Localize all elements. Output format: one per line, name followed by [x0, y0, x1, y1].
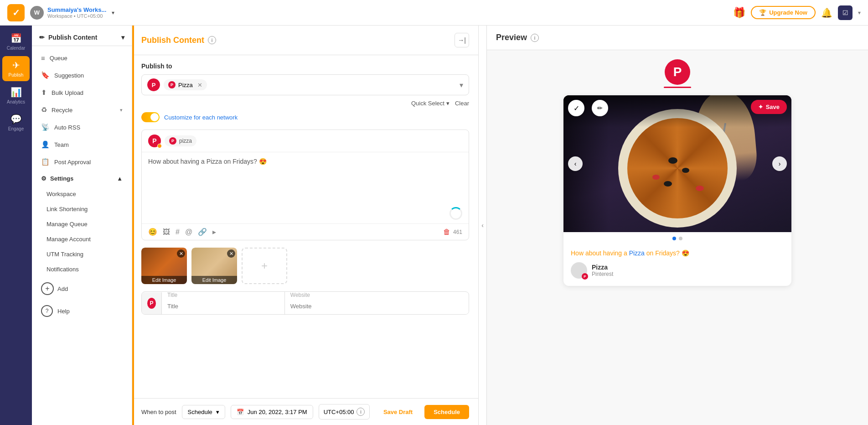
- caption-pizza-link: Pizza: [629, 249, 645, 257]
- preview-edit-button[interactable]: ✏: [592, 100, 608, 116]
- preview-caption: How about having a Pizza on Fridays? 😍: [563, 245, 791, 259]
- main-layout: 📅 Calendar ✈ Publish 📊 Analytics 💬 Engag…: [0, 26, 868, 425]
- checklist-icon[interactable]: ☑: [838, 5, 852, 20]
- help-button[interactable]: ? Help: [32, 301, 132, 321]
- schedule-select[interactable]: Schedule ▾: [182, 405, 225, 419]
- sidebar-sub-manage-account[interactable]: Manage Account: [32, 232, 132, 247]
- preview-info-icon[interactable]: i: [531, 34, 539, 42]
- post-approval-label: Post Approval: [54, 159, 91, 166]
- team-label: Team: [54, 141, 69, 148]
- post-text: How about having a Pizza on Fridays? 😍: [148, 158, 462, 165]
- sidebar-item-recycle[interactable]: ♻ Recycle ▾: [32, 101, 132, 119]
- account-tag: P pizza: [165, 135, 196, 146]
- account-avatar-preview: P: [571, 262, 587, 279]
- sidebar-item-auto-rss[interactable]: 📡 Auto RSS: [32, 119, 132, 136]
- char-count: 461: [453, 229, 462, 235]
- sidebar-item-team[interactable]: 👤 Team: [32, 136, 132, 153]
- publish-to-label: Publish to: [141, 62, 469, 70]
- customize-label: Customize for each network: [164, 114, 238, 121]
- star-icon: ✦: [758, 104, 763, 110]
- sidebar-sub-manage-queue[interactable]: Manage Queue: [32, 217, 132, 232]
- preview-card: ✓ ✏ ✦ Save ‹: [563, 95, 791, 286]
- calendar-small-icon: 📅: [237, 409, 244, 415]
- preview-check-button[interactable]: ✓: [568, 100, 584, 116]
- schedule-button[interactable]: Schedule: [424, 405, 469, 419]
- more-icon[interactable]: ▸: [212, 228, 216, 236]
- quick-select-button[interactable]: Quick Select ▾: [411, 100, 450, 107]
- recycle-label: Recycle: [52, 107, 72, 114]
- nav-header-chevron-icon: ▾: [121, 34, 124, 41]
- prev-image-button[interactable]: ‹: [568, 156, 583, 171]
- clear-button[interactable]: Clear: [455, 100, 469, 107]
- sidebar-item-queue[interactable]: ≡ Queue: [32, 50, 132, 67]
- image-icon[interactable]: 🖼: [163, 228, 170, 236]
- add-button[interactable]: + Add: [32, 277, 132, 301]
- sidebar-item-analytics[interactable]: 📊 Analytics: [2, 83, 30, 108]
- help-label: Help: [57, 308, 70, 315]
- suggestion-icon: 🔖: [41, 71, 50, 79]
- delete-icon[interactable]: 🗑: [443, 228, 450, 236]
- title-input[interactable]: [162, 298, 284, 314]
- date-picker-button[interactable]: 📅 Jun 20, 2022, 3:17 PM: [231, 405, 313, 419]
- publish-icon: ✈: [12, 60, 20, 71]
- sidebar-sub-link-shortening[interactable]: Link Shortening: [32, 202, 132, 217]
- sidebar-item-bulk-upload[interactable]: ⬆ Bulk Upload: [32, 84, 132, 101]
- preview-save-button[interactable]: ✦ Save: [751, 100, 787, 114]
- sidebar-item-engage[interactable]: 💬 Engage: [2, 110, 30, 135]
- account-platform: Pinterest: [592, 271, 613, 277]
- analytics-icon: 📊: [10, 87, 22, 98]
- publish-content-nav-header[interactable]: ✏ Publish Content ▾: [32, 29, 132, 46]
- upgrade-button[interactable]: 🏆 Upgrade Now: [751, 6, 816, 19]
- edit-image-1-label[interactable]: Edit Image: [141, 276, 187, 284]
- next-image-button[interactable]: ›: [772, 156, 787, 171]
- sidebar-item-calendar[interactable]: 📅 Calendar: [2, 29, 30, 54]
- sidebar-item-post-approval[interactable]: 📋 Post Approval: [32, 153, 132, 171]
- collapse-icon: ‹: [481, 222, 484, 229]
- pinterest-tag-icon: P: [168, 81, 176, 88]
- settings-label: Settings: [50, 175, 73, 182]
- add-image-button[interactable]: +: [242, 248, 287, 284]
- publish-info-icon[interactable]: i: [208, 36, 216, 44]
- settings-section[interactable]: ⚙ Settings ▲: [32, 171, 132, 187]
- pinterest-big-logo: P: [665, 59, 690, 85]
- post-text-area[interactable]: How about having a Pizza on Fridays? 😍: [142, 152, 469, 207]
- pinterest-header: P: [664, 59, 691, 88]
- workspace-selector[interactable]: W Summaiya's Works... Workspace • UTC+05…: [30, 6, 114, 20]
- image-remove-2-button[interactable]: ✕: [227, 249, 235, 258]
- edit-image-2-label[interactable]: Edit Image: [191, 276, 237, 284]
- customize-toggle[interactable]: [141, 112, 160, 122]
- select-chevron-icon: ▾: [460, 81, 463, 89]
- collapse-sidebar-button[interactable]: ‹: [479, 26, 487, 425]
- workspace-sub: Workspace • UTC+05:00: [47, 13, 106, 19]
- customize-link[interactable]: network: [217, 114, 238, 121]
- save-draft-button[interactable]: Save Draft: [376, 405, 420, 419]
- publish-to-selector[interactable]: P P Pizza ✕ ▾: [141, 74, 469, 95]
- auto-rss-label: Auto RSS: [54, 124, 80, 131]
- hashtag-icon[interactable]: #: [176, 228, 180, 236]
- sidebar-sub-workspace[interactable]: Workspace: [32, 187, 132, 202]
- images-row: ✕ Edit Image ✕ Edit Image +: [141, 248, 469, 284]
- sidebar-sub-utm-tracking[interactable]: UTM Tracking: [32, 247, 132, 262]
- app-logo[interactable]: ✓: [7, 4, 25, 21]
- image-thumb-2[interactable]: ✕ Edit Image: [191, 248, 237, 284]
- emoji-icon[interactable]: 😊: [148, 228, 157, 236]
- image-remove-1-button[interactable]: ✕: [177, 249, 185, 258]
- link-icon[interactable]: 🔗: [198, 228, 207, 236]
- website-input[interactable]: [285, 298, 469, 314]
- sidebar-item-suggestion[interactable]: 🔖 Suggestion: [32, 67, 132, 84]
- collapse-panel-button[interactable]: →|: [455, 33, 469, 47]
- workspace-avatar: W: [30, 6, 44, 20]
- settings-chevron-icon: ▲: [117, 175, 123, 182]
- gift-icon[interactable]: 🎁: [733, 7, 745, 19]
- help-circle-icon: ?: [41, 305, 53, 317]
- tz-info-icon[interactable]: i: [356, 408, 365, 416]
- tag-remove-button[interactable]: ✕: [197, 82, 202, 88]
- sidebar-sub-notifications[interactable]: Notifications: [32, 262, 132, 277]
- bulk-upload-icon: ⬆: [41, 88, 47, 97]
- image-thumb-1[interactable]: ✕ Edit Image: [141, 248, 187, 284]
- sidebar-item-publish[interactable]: ✈ Publish: [2, 56, 30, 81]
- bell-icon[interactable]: 🔔: [821, 7, 832, 18]
- mention-icon[interactable]: @: [185, 228, 192, 236]
- timezone-button[interactable]: UTC+05:00 i: [319, 404, 370, 420]
- content-area: Publish Content i →| Publish to P P Pizz…: [132, 26, 868, 425]
